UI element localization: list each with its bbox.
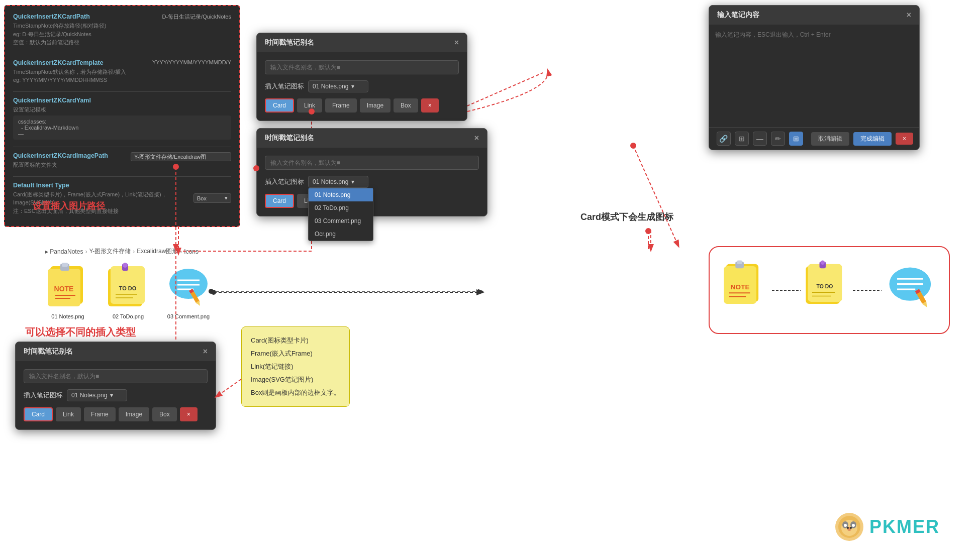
result-comment-icon xyxy=(881,258,939,323)
setting-desc-2: TimeStampNote默认名称，若为存储路径/插入eg: YYYY/MM/Y… xyxy=(13,68,126,84)
imagepath-input[interactable] xyxy=(131,152,231,161)
dialog-3-btn-card[interactable]: Card xyxy=(24,407,53,421)
dialog-3-btn-image[interactable]: Image xyxy=(119,407,149,421)
inserttype-select[interactable]: Box ▾ xyxy=(193,193,231,203)
toolbar-link-icon[interactable]: 🔗 xyxy=(717,132,731,146)
dialog-3-btn-delete[interactable]: × xyxy=(180,407,198,421)
dialog-3-header: 时间戳笔记别名 × xyxy=(16,342,216,361)
dialog-1-btn-image[interactable]: Image xyxy=(360,98,390,113)
chevron-down-icon-d3: ▾ xyxy=(110,392,113,399)
notes-dialog: 输入笔记内容 × 🔗 ⊞ — ✏ ⊞ 取消编辑 完成编辑 × xyxy=(709,5,920,150)
yaml-block: cssclasses: - Excalidraw-Markdown— xyxy=(13,116,231,140)
setting-key-3: QuickerInsertZKCardYaml xyxy=(13,97,231,104)
toolbar-eraser-icon[interactable]: ✏ xyxy=(771,132,785,146)
svg-text:TO DO: TO DO xyxy=(817,283,833,289)
dialog-2-title: 时间戳笔记别名 xyxy=(265,134,314,143)
svg-point-41 xyxy=(821,260,825,264)
dialog-1-name-input[interactable] xyxy=(265,60,459,74)
toolbar-grid-icon[interactable]: ⊞ xyxy=(735,132,749,146)
dialog-2-btn-card[interactable]: Card xyxy=(265,194,294,208)
dialog-1-icon-value: 01 Notes.png xyxy=(313,83,348,90)
settings-row-template: QuickerInsertZKCardTemplate TimeStampNot… xyxy=(13,59,231,84)
notes-textarea[interactable] xyxy=(709,25,919,125)
setting-value-1: D-每日生活记录/QuickNotes xyxy=(162,13,231,21)
dialog-3-btn-box[interactable]: Box xyxy=(152,407,177,421)
dialog-1-btn-frame[interactable]: Frame xyxy=(325,98,357,113)
svg-text:NOTE: NOTE xyxy=(731,283,750,290)
breadcrumb-item-1: ▸ PandaNotes xyxy=(45,248,83,255)
dialog-1-title: 时间戳笔记别名 xyxy=(265,38,314,47)
result-note-icon: NOTE xyxy=(720,258,772,323)
dialog-3-btn-group: Card Link Frame Image Box × xyxy=(24,407,208,421)
type-desc-box: Card(图标类型卡片) Frame(嵌入式Frame) Link(笔记链接) … xyxy=(241,326,350,407)
dialog-1-icon-select[interactable]: 01 Notes.png ▾ xyxy=(308,80,368,92)
breadcrumb-item-3: Excalidraw图形 xyxy=(137,247,178,256)
type-desc-text: Card(图标类型卡片) Frame(嵌入式Frame) Link(笔记链接) … xyxy=(251,334,340,399)
dropdown-item-3[interactable]: 03 Comment.png xyxy=(309,214,373,228)
result-dash-2 xyxy=(853,285,881,295)
dialog-3-name-input[interactable] xyxy=(24,369,208,383)
dropdown-item-2[interactable]: 02 ToDo.png xyxy=(309,201,373,214)
dialog-1-body: 插入笔记图标 01 Notes.png ▾ Card Link Frame Im… xyxy=(257,52,467,121)
pkmer-text: PKMER xyxy=(869,516,940,537)
svg-point-63 xyxy=(850,527,852,529)
notes-toolbar: 🔗 ⊞ — ✏ ⊞ 取消编辑 完成编辑 × xyxy=(709,127,919,150)
setting-key-2: QuickerInsertZKCardTemplate xyxy=(13,59,126,66)
toolbar-dash-icon[interactable]: — xyxy=(753,132,767,146)
notes-dialog-header: 输入笔记内容 × xyxy=(709,6,919,25)
file-icon-todo: TO DO 02 ToDo.png xyxy=(103,261,153,319)
dialog-3-btn-frame[interactable]: Frame xyxy=(84,407,116,421)
dialog-1-close[interactable]: × xyxy=(454,38,459,47)
dialog-1-icon-row: 插入笔记图标 01 Notes.png ▾ xyxy=(265,80,459,92)
dialog-2-name-input[interactable] xyxy=(265,156,479,170)
svg-rect-33 xyxy=(737,260,742,264)
svg-line-2 xyxy=(462,73,543,108)
result-todo-icon: TO DO xyxy=(801,258,853,323)
pkmer-icon-svg xyxy=(834,512,864,542)
setting-key-1: QuickerInsertZKCardPath xyxy=(13,13,106,20)
svg-point-62 xyxy=(847,527,849,529)
notes-dialog-title: 输入笔记内容 xyxy=(717,11,759,20)
dropdown-item-1[interactable]: 01 Notes.png xyxy=(309,188,373,201)
setting-desc-1: TimeStampNote的存放路径(相对路径)eg: D-每日生活记录/Qui… xyxy=(13,22,106,47)
setting-desc-4: 配置图标的文件夹 xyxy=(13,161,108,169)
dialog-3-close[interactable]: × xyxy=(203,347,208,356)
toolbar-blue-icon[interactable]: ⊞ xyxy=(789,132,803,146)
setting-value-2: YYYY/YYYYMM/YYYYMMDD/Y xyxy=(152,59,231,65)
cancel-edit-button[interactable]: 取消编辑 xyxy=(811,132,849,146)
settings-row-yaml: QuickerInsertZKCardYaml 设置笔记模板 cssclasse… xyxy=(13,97,231,140)
setting-desc-3: 设置笔记模板 xyxy=(13,105,231,114)
dialog-2: 时间戳笔记别名 × 插入笔记图标 01 Notes.png ▾ 01 Notes… xyxy=(256,128,487,216)
dialog-2-icon-value: 01 Notes.png xyxy=(313,178,348,185)
dialog-1-btn-delete[interactable]: × xyxy=(421,98,439,113)
dialog-3-icon-row: 插入笔记图标 01 Notes.png ▾ xyxy=(24,389,208,401)
dialog-1-btn-card[interactable]: Card xyxy=(265,98,294,113)
dropdown-item-4[interactable]: Ocr.png xyxy=(309,228,373,241)
dialog-1-btn-link[interactable]: Link xyxy=(297,98,322,113)
settings-row-cardpath: QuickerInsertZKCardPath TimeStampNote的存放… xyxy=(13,13,231,47)
file-icon-notes-label: 01 Notes.png xyxy=(51,313,84,319)
result-dash-1 xyxy=(772,285,801,295)
dialog-3-icon-select[interactable]: 01 Notes.png ▾ xyxy=(67,389,127,401)
setting-key-4: QuickerInsertZKCardImagePath xyxy=(13,152,108,159)
file-icons-row: NOTE 01 Notes.png TO DO 02 ToDo.png xyxy=(43,261,214,319)
label-select-types: 可以选择不同的插入类型 xyxy=(25,325,136,339)
inserttype-value: Box xyxy=(197,195,207,201)
svg-point-18 xyxy=(123,263,128,268)
close-edit-button[interactable]: × xyxy=(896,133,913,145)
dialog-3-btn-link[interactable]: Link xyxy=(56,407,81,421)
dialog-2-icon-select[interactable]: 01 Notes.png ▾ xyxy=(308,176,368,188)
complete-edit-button[interactable]: 完成编辑 xyxy=(853,132,892,146)
breadcrumb-item-2: Y-图形文件存储 xyxy=(89,247,131,256)
dialog-2-dropdown: 01 Notes.png 02 ToDo.png 03 Comment.png … xyxy=(308,188,373,241)
svg-text:TO DO: TO DO xyxy=(119,285,137,291)
file-icon-comment-label: 03 Comment.png xyxy=(167,313,210,319)
todo-icon-svg: TO DO xyxy=(103,261,153,311)
breadcrumb-sep-1: › xyxy=(85,248,87,255)
card-mode-label: Card模式下会生成图标 xyxy=(580,211,673,223)
dialog-2-close[interactable]: × xyxy=(474,134,479,143)
notes-dialog-close[interactable]: × xyxy=(907,11,911,20)
dialog-2-icon-row: 插入笔记图标 01 Notes.png ▾ 01 Notes.png 02 To… xyxy=(265,176,479,188)
dialog-1-btn-box[interactable]: Box xyxy=(394,98,418,113)
notes-icon-svg: NOTE xyxy=(43,261,93,311)
